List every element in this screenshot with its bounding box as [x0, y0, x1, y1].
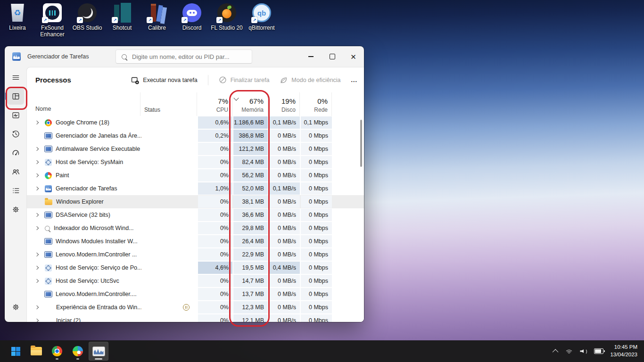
row-expand-chevron-icon[interactable]: [33, 159, 40, 165]
table-row[interactable]: Host de Serviço: Serviço de Po... 4,6% 1…: [27, 261, 364, 274]
taskbar-paint[interactable]: [68, 342, 88, 361]
disk-cell: 0 MB/s: [269, 275, 300, 287]
end-task-button[interactable]: Finalizar tarefa: [219, 76, 270, 84]
table-row[interactable]: Host de Serviço: UtcSvc 0% 14,7 MB 0 MB/…: [27, 274, 364, 288]
taskbar-chrome[interactable]: [47, 342, 67, 361]
run-new-task-button[interactable]: Executar nova tarefa: [131, 76, 197, 84]
process-app-icon: [45, 185, 52, 192]
row-expand-chevron-icon[interactable]: [33, 146, 40, 152]
efficiency-leaf-icon: [280, 76, 288, 84]
table-row[interactable]: Indexador do Microsoft Wind... 0% 29,8 M…: [27, 222, 364, 235]
column-header-name[interactable]: Nome: [27, 92, 140, 116]
table-row[interactable]: Iniciar (2) 0% 12,1 MB 0 MB/s 0 Mbps: [27, 314, 364, 322]
network-cell: 0 Mbps: [301, 301, 332, 313]
network-cell: 0 Mbps: [301, 235, 332, 247]
task-manager-logo-icon: [12, 52, 21, 61]
desktop-icon-discord[interactable]: Discord: [174, 2, 209, 38]
row-expand-chevron-icon[interactable]: [33, 212, 40, 218]
vertical-scrollbar[interactable]: [360, 120, 362, 167]
process-name: Indexador do Microsoft Wind...: [54, 225, 141, 231]
desktop-icon-qbittorrent[interactable]: qBittorrent: [244, 2, 279, 38]
process-name: Gerenciador de Janelas da Áre...: [56, 132, 141, 139]
table-row[interactable]: Antimalware Service Executable 0% 121,2 …: [27, 142, 364, 156]
table-row[interactable]: Gerenciador de Tarefas 1,0% 52,0 MB 0,1 …: [27, 182, 364, 195]
desktop-icon-recycle-bin[interactable]: Lixeira: [0, 2, 35, 38]
sort-descending-icon: [233, 95, 239, 100]
sidebar-item-processes[interactable]: [7, 88, 24, 105]
row-expand-chevron-icon[interactable]: [33, 278, 40, 284]
sidebar-item-app-history[interactable]: [7, 125, 24, 142]
desktop-icon-shotcut[interactable]: Shotcut: [105, 2, 140, 38]
sidebar-item-performance[interactable]: [7, 107, 24, 123]
memory-cell: 56,2 MB: [233, 169, 268, 181]
row-expand-chevron-icon[interactable]: [33, 304, 40, 311]
toolbar: Processos Executar nova tarefa Finalizar…: [27, 67, 364, 92]
row-expand-chevron-icon[interactable]: [33, 251, 40, 258]
row-expand-chevron-icon[interactable]: [33, 185, 40, 192]
table-row[interactable]: Paint 0% 56,2 MB 0 MB/s 0 Mbps: [27, 169, 364, 182]
column-header-memory[interactable]: 67% Memória: [232, 92, 267, 116]
desktop-icon-label: FxSound Enhancer: [35, 25, 70, 38]
column-header-network[interactable]: 0% Rede: [299, 92, 331, 116]
volume-icon[interactable]: [580, 348, 587, 354]
users-icon: [11, 167, 20, 176]
search-box[interactable]: [116, 49, 252, 64]
table-row[interactable]: Lenovo.Modern.ImController.... 0% 13,7 M…: [27, 288, 364, 301]
memory-cell: 386,8 MB: [233, 130, 268, 142]
cpu-cell: 0%: [198, 143, 232, 155]
row-expand-chevron-icon[interactable]: [33, 264, 40, 271]
row-expand-chevron-icon[interactable]: [33, 172, 40, 179]
battery-icon[interactable]: [594, 348, 603, 354]
desktop-icon-fl-studio[interactable]: FL Studio 20: [209, 2, 244, 38]
desktop-icon-fxsound[interactable]: FxSound Enhancer: [35, 2, 70, 38]
process-table-body: Google Chrome (18) 0,6% 1.186,6 MB 0,1 M…: [27, 116, 364, 322]
table-row[interactable]: Lenovo.Modern.ImController ... 0% 22,9 M…: [27, 248, 364, 261]
table-row[interactable]: Windows Modules Installer W... 0% 26,4 M…: [27, 235, 364, 248]
minimize-button[interactable]: [300, 46, 322, 67]
desktop-icon-obs-studio[interactable]: OBS Studio: [70, 2, 105, 38]
start-button[interactable]: [6, 342, 25, 361]
desktop-icon-calibre[interactable]: Calibre: [140, 2, 174, 38]
table-row[interactable]: Google Chrome (18) 0,6% 1.186,6 MB 0,1 M…: [27, 116, 364, 129]
disk-cell: 0 MB/s: [269, 314, 300, 322]
row-expand-chevron-icon[interactable]: [33, 225, 40, 231]
sidebar-item-startup-apps[interactable]: [7, 144, 24, 161]
performance-icon: [11, 111, 20, 120]
taskbar-task-manager[interactable]: [89, 342, 108, 361]
table-row[interactable]: Experiência de Entrada do Win... 0% 12,3…: [27, 301, 364, 314]
sidebar-menu-button[interactable]: [7, 69, 24, 86]
process-name: Lenovo.Modern.ImController....: [56, 291, 141, 297]
process-name: Host de Serviço: Serviço de Po...: [56, 264, 141, 271]
table-row[interactable]: Windows Explorer 0% 38,1 MB 0 MB/s 0 Mbp…: [27, 195, 364, 208]
table-row[interactable]: DSAService (32 bits) 0% 36,6 MB 0 MB/s 0…: [27, 208, 364, 222]
memory-cell: 26,4 MB: [233, 235, 268, 247]
close-button[interactable]: ✕: [343, 46, 364, 67]
taskbar-file-explorer[interactable]: [26, 342, 46, 361]
search-input[interactable]: [131, 53, 252, 61]
disk-cell: 0,1 MB/s: [269, 116, 300, 129]
clock[interactable]: 10:45 PM 13/04/2023: [610, 344, 637, 358]
maximize-button[interactable]: [322, 46, 343, 67]
shortcut-arrow-icon: [216, 17, 223, 23]
disk-cell: 0 MB/s: [269, 143, 300, 155]
table-row[interactable]: Gerenciador de Janelas da Áre... 0,2% 38…: [27, 129, 364, 142]
sidebar-settings-button[interactable]: [7, 298, 24, 315]
sidebar-item-services[interactable]: [7, 201, 24, 218]
network-cell: 0 Mbps: [301, 262, 332, 274]
sidebar-item-users[interactable]: [7, 163, 24, 180]
sidebar-item-details[interactable]: [7, 182, 24, 199]
table-header: Nome Status 7% CPU 67% Memória 19% Disco…: [27, 92, 364, 116]
disk-cell: 0 MB/s: [269, 169, 300, 181]
efficiency-mode-button[interactable]: Modo de eficiência: [280, 76, 340, 84]
table-row[interactable]: Host de Serviço: SysMain 0% 82,4 MB 0 MB…: [27, 156, 364, 169]
column-header-cpu[interactable]: 7% CPU: [197, 92, 232, 116]
hidden-icons-chevron[interactable]: [553, 349, 559, 355]
more-options-button[interactable]: ...: [351, 77, 357, 83]
network-cell: 0 Mbps: [301, 130, 332, 142]
wifi-icon[interactable]: [565, 348, 573, 354]
column-header-disk[interactable]: 19% Disco: [267, 92, 299, 116]
row-expand-chevron-icon[interactable]: [33, 317, 40, 322]
column-header-status[interactable]: Status: [140, 92, 197, 116]
row-expand-chevron-icon[interactable]: [33, 119, 40, 126]
processes-page: Processos Executar nova tarefa Finalizar…: [26, 67, 364, 322]
